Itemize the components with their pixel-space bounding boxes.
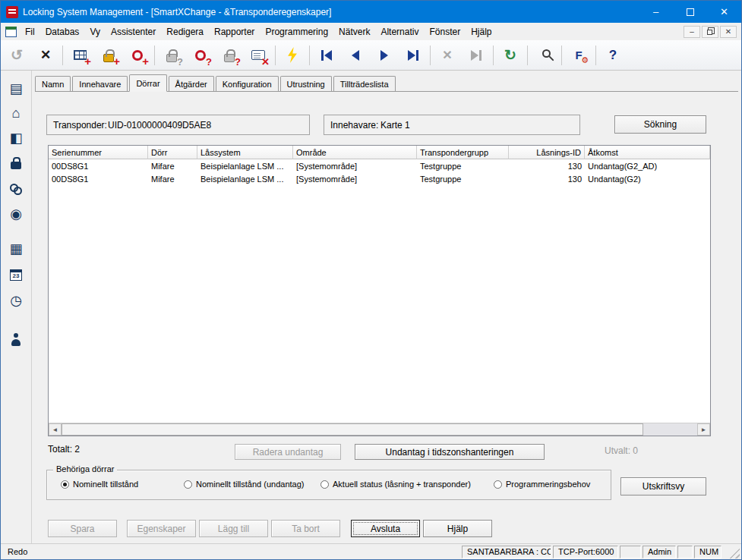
mdi-restore-icon xyxy=(707,30,712,35)
column-header-serienummer[interactable]: Serienummer xyxy=(49,146,148,159)
tab-dorrar[interactable]: Dörrar xyxy=(129,74,166,92)
tab-innehavare[interactable]: Innehavare xyxy=(72,76,128,91)
menu-item-programmering[interactable]: Programmering xyxy=(260,25,333,39)
sidebar-grid-button[interactable]: ▦ xyxy=(5,239,27,259)
resize-grip-icon[interactable] xyxy=(729,548,740,558)
mdi-close-icon: ✕ xyxy=(725,27,731,36)
menu-item-alternativ[interactable]: Alternativ xyxy=(375,25,424,39)
add-transponder-button[interactable]: + xyxy=(123,42,152,68)
scrollbar-track[interactable] xyxy=(643,423,697,436)
sidebar-transponder-groups-button[interactable] xyxy=(5,179,27,199)
scrollbar-thumb[interactable] xyxy=(62,423,643,436)
toolbar: ↺ ✕ + + + ? ? ? ✕ xyxy=(1,40,741,71)
menu-item-fonster[interactable]: Fönster xyxy=(424,25,466,39)
menu-item-fil[interactable]: Fil xyxy=(20,25,40,39)
minimize-button[interactable]: – xyxy=(639,1,673,23)
print-view-button[interactable]: Utskriftsvy xyxy=(620,477,706,496)
menu-item-databas[interactable]: Databas xyxy=(40,25,85,39)
table-row[interactable]: 00DS8G1 Mifare Beispielanlage LSM ... [S… xyxy=(49,159,710,172)
read-transponder-button[interactable]: ? xyxy=(186,42,215,68)
table-row[interactable]: 00DS8G1 Mifare Beispielanlage LSM ... [S… xyxy=(49,172,710,185)
sidebar-home-button[interactable]: ⌂ xyxy=(5,103,27,123)
filter-settings-icon: F ⚙ xyxy=(571,48,586,63)
menu-item-assistenter[interactable]: Assistenter xyxy=(106,25,161,39)
toolbar-separator xyxy=(493,46,494,65)
timezone-exceptions-button[interactable]: Undantag i tidszonshanteringen xyxy=(355,444,545,460)
next-record-icon xyxy=(380,50,388,61)
mdi-close-button[interactable]: ✕ xyxy=(720,26,737,38)
last-record-button[interactable] xyxy=(399,42,428,68)
mdi-restore-button[interactable] xyxy=(702,26,718,38)
scroll-right-button[interactable]: ► xyxy=(697,423,710,436)
help-button[interactable]: Hjälp xyxy=(423,520,492,537)
help-button-toolbar[interactable]: ? xyxy=(598,42,627,68)
read-lock-disabled-button[interactable]: ? xyxy=(157,42,186,68)
column-header-transpondergrupp[interactable]: Transpondergrupp xyxy=(417,146,509,159)
column-header-lassystem[interactable]: Låssystem xyxy=(197,146,293,159)
sidebar-lock-button[interactable] xyxy=(5,153,27,172)
sidebar-transponder-button[interactable]: ◉ xyxy=(5,204,27,224)
menu-item-natverk[interactable]: Nätverk xyxy=(333,25,375,39)
first-record-button[interactable] xyxy=(312,42,341,68)
previous-record-button[interactable] xyxy=(341,42,370,68)
read-lock-button[interactable]: ? xyxy=(215,42,244,68)
toolbar-separator xyxy=(275,46,276,65)
close-button[interactable]: ✕ xyxy=(707,1,741,23)
scroll-left-button[interactable]: ◄ xyxy=(49,423,62,436)
mdi-document-icon[interactable] xyxy=(5,27,17,37)
add-record-button[interactable]: + xyxy=(65,42,94,68)
filter-settings-button[interactable]: F ⚙ xyxy=(564,42,593,68)
tab-namn[interactable]: Namn xyxy=(35,76,71,91)
toolbar-separator xyxy=(430,46,431,65)
sidebar-door-button[interactable]: ◧ xyxy=(5,128,27,148)
radio-nominal-state[interactable]: Nominellt tillstånd xyxy=(61,480,138,489)
menu-item-vy[interactable]: Vy xyxy=(84,25,106,39)
menu-item-rapporter[interactable]: Rapporter xyxy=(209,25,260,39)
read-lock-icon xyxy=(224,54,235,62)
column-header-dorr[interactable]: Dörr xyxy=(148,146,197,159)
next-record-button[interactable] xyxy=(370,42,399,68)
properties-button[interactable]: Egenskaper xyxy=(127,520,196,537)
add-lock-button[interactable]: + xyxy=(94,42,123,68)
sidebar-calendar-button[interactable]: 23 xyxy=(5,265,27,285)
menu-item-redigera[interactable]: Redigera xyxy=(161,25,209,39)
search-button-toolbar[interactable] xyxy=(530,42,559,68)
add-button[interactable]: Lägg till xyxy=(199,520,268,537)
add-lock-icon xyxy=(103,54,114,62)
groupbox-title: Behöriga dörrar xyxy=(53,464,117,473)
radio-current-status[interactable]: Aktuell status (låsning + transponder) xyxy=(320,480,471,489)
holder-field: Innehavare: Karte 1 xyxy=(324,115,580,135)
search-icon xyxy=(542,49,551,58)
menu-item-hjalp[interactable]: Hjälp xyxy=(466,25,497,39)
window-controls: – ✕ xyxy=(639,1,741,23)
radio-nominal-state-exceptions[interactable]: Nominellt tillstånd (undantag) xyxy=(184,480,304,489)
delete-exceptions-button[interactable]: Radera undantag xyxy=(235,444,341,460)
home-icon: ⌂ xyxy=(12,106,21,120)
search-button[interactable]: Sökning xyxy=(614,115,706,134)
question-badge-icon: ? xyxy=(206,57,212,67)
refresh-button[interactable]: ↻ xyxy=(496,42,525,68)
status-spacer xyxy=(677,546,693,558)
sidebar-user-button[interactable] xyxy=(5,329,27,349)
tab-tilltradeslista[interactable]: Tillträdeslista xyxy=(333,76,396,91)
cancel-search-button[interactable]: ✕ xyxy=(433,42,462,68)
sidebar-matrix-button[interactable]: ▤ xyxy=(5,79,27,99)
sidebar-timezone-button[interactable]: ◷ xyxy=(5,291,27,310)
remove-button[interactable]: Ta bort xyxy=(271,520,340,537)
program-button[interactable] xyxy=(278,42,307,68)
undo-button[interactable]: ↺ xyxy=(2,42,31,68)
tab-atgarder[interactable]: Åtgärder xyxy=(169,76,214,91)
column-header-omrade[interactable]: Område xyxy=(293,146,417,159)
tab-utrustning[interactable]: Utrustning xyxy=(280,76,332,91)
mdi-minimize-button[interactable]: – xyxy=(684,26,700,38)
tab-konfiguration[interactable]: Konfiguration xyxy=(216,76,279,91)
save-button[interactable]: Spara xyxy=(48,520,117,537)
radio-programming-need[interactable]: Programmeringsbehov xyxy=(494,480,590,489)
exit-button[interactable]: Avsluta xyxy=(351,520,420,537)
card-deactivate-button[interactable]: ✕ xyxy=(244,42,273,68)
column-header-atkomst[interactable]: Åtkomst xyxy=(585,146,710,159)
column-header-lasnings-id[interactable]: Låsnings-ID xyxy=(509,146,585,159)
next-match-button[interactable] xyxy=(462,42,491,68)
maximize-button[interactable] xyxy=(673,1,707,23)
disconnect-button[interactable]: ✕ xyxy=(31,42,60,68)
